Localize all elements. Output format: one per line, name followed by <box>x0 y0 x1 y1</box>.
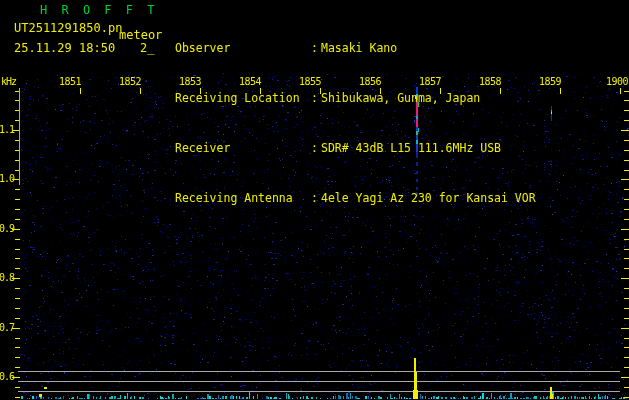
freq-axis-tick-right <box>624 150 629 151</box>
freq-axis-tick-left <box>15 189 20 190</box>
info-value: SDR# 43dB L15 111.6MHz USB <box>321 142 501 154</box>
freq-axis-tick-right <box>624 387 629 388</box>
freq-axis-tick-right <box>624 140 629 141</box>
freq-axis-tick-right <box>621 328 629 329</box>
meteor-echo-segment <box>551 114 552 121</box>
info-separator: : <box>311 92 321 104</box>
capture-filename: UT2511291850.pn <box>14 21 122 35</box>
freq-axis-unit-label: kHz <box>1 76 16 87</box>
amplitude-spike-segment <box>550 394 553 399</box>
amplitude-spike-segment <box>414 358 416 372</box>
info-label: Receiver <box>175 142 311 154</box>
freq-axis-tick-right <box>624 199 629 200</box>
info-value: 4ele Yagi Az 230 for Kansai VOR <box>321 192 536 204</box>
station-info: Observer:Masaki Kano Receiving Location:… <box>175 4 536 242</box>
freq-axis-line <box>19 88 20 185</box>
freq-axis-tick-right <box>624 239 629 240</box>
freq-axis-tick-left <box>15 397 20 398</box>
freq-axis-tick-right <box>621 229 629 230</box>
freq-axis-tick-right <box>621 278 629 279</box>
time-axis-label: 1852 <box>111 76 141 87</box>
capture-filename-suffix: meteor <box>119 28 162 42</box>
freq-axis-tick-left <box>15 268 20 269</box>
freq-axis-label: 1.1 <box>0 124 14 135</box>
freq-axis-tick-left <box>15 308 20 309</box>
freq-axis-tick-right <box>624 367 629 368</box>
freq-axis-tick-right <box>624 120 629 121</box>
freq-axis-tick-right <box>624 338 629 339</box>
trace-yellow-mark <box>39 394 42 397</box>
freq-axis-tick-left <box>15 288 20 289</box>
info-label: Observer <box>175 42 311 54</box>
freq-axis-tick-right <box>624 249 629 250</box>
freq-axis-tick-right <box>624 189 629 190</box>
freq-axis-tick-left <box>15 347 20 348</box>
freq-axis-tick-right <box>624 170 629 171</box>
info-separator: : <box>311 142 321 154</box>
app-title: H R O F F T <box>40 3 158 17</box>
capture-counter: 2_ <box>140 41 154 55</box>
reference-line <box>18 391 620 392</box>
freq-axis-tick-right <box>624 308 629 309</box>
freq-axis-tick-right <box>624 110 629 111</box>
time-axis-tick <box>620 88 621 94</box>
freq-axis-tick-right <box>624 288 629 289</box>
info-row-location: Receiving Location:Shibukawa, Gunma, Jap… <box>175 92 536 104</box>
freq-axis-tick-right <box>624 219 629 220</box>
freq-axis-tick-right <box>621 130 629 131</box>
time-axis-label: 1900 <box>598 76 628 87</box>
freq-axis-label: 0.7 <box>0 322 14 333</box>
freq-axis-tick-left <box>15 249 20 250</box>
freq-axis-label: 0.9 <box>0 223 14 234</box>
hrofft-screen: H R O F F T UT2511291850.pn meteor 25.11… <box>0 0 629 400</box>
freq-axis-label: 0.8 <box>0 272 14 283</box>
freq-axis-tick-right <box>621 377 629 378</box>
amplitude-spike-segment <box>414 372 417 390</box>
freq-axis-tick-right <box>624 357 629 358</box>
info-label: Receiving Antenna <box>175 192 311 204</box>
freq-axis-tick-left <box>15 338 20 339</box>
freq-axis-label: 1.0 <box>0 173 14 184</box>
freq-axis-tick-right <box>624 91 629 92</box>
trace-yellow-mark <box>44 387 47 389</box>
freq-axis-tick-left <box>15 318 20 319</box>
freq-axis-tick-right <box>624 100 629 101</box>
amplitude-spike-segment <box>550 387 552 394</box>
freq-axis-tick-left <box>15 357 20 358</box>
freq-axis-tick-left <box>15 199 20 200</box>
time-axis-tick <box>140 88 141 94</box>
info-row-receiver: Receiver:SDR# 43dB L15 111.6MHz USB <box>175 142 536 154</box>
time-axis-label: 1851 <box>51 76 81 87</box>
freq-axis-tick-left <box>15 239 20 240</box>
amplitude-spike-segment <box>413 390 418 399</box>
time-axis-tick <box>560 88 561 94</box>
freq-axis-tick-right <box>624 209 629 210</box>
freq-axis-tick-right <box>624 258 629 259</box>
freq-axis-tick-right <box>624 160 629 161</box>
reference-line <box>18 371 620 372</box>
freq-axis-tick-right <box>624 397 629 398</box>
info-label: Receiving Location <box>175 92 311 104</box>
freq-axis-tick-left <box>15 209 20 210</box>
capture-datetime: 25.11.29 18:50 <box>14 41 115 55</box>
reference-line <box>18 381 620 382</box>
info-separator: : <box>311 192 321 204</box>
freq-axis-tick-right <box>624 268 629 269</box>
freq-axis-tick-right <box>621 179 629 180</box>
freq-axis-tick-right <box>624 347 629 348</box>
freq-axis-tick-left <box>15 298 20 299</box>
info-value: Shibukawa, Gunma, Japan <box>321 92 480 104</box>
freq-axis-tick-right <box>624 318 629 319</box>
freq-axis-tick-left <box>15 387 20 388</box>
freq-axis-label: 0.6 <box>0 371 14 382</box>
info-separator: : <box>311 42 321 54</box>
info-row-antenna: Receiving Antenna:4ele Yagi Az 230 for K… <box>175 192 536 204</box>
info-row-observer: Observer:Masaki Kano <box>175 42 536 54</box>
freq-axis-tick-left <box>15 367 20 368</box>
time-axis-tick <box>80 88 81 94</box>
info-value: Masaki Kano <box>321 42 397 54</box>
freq-axis-tick-right <box>624 298 629 299</box>
freq-axis-tick-left <box>15 258 20 259</box>
freq-axis-tick-left <box>15 219 20 220</box>
